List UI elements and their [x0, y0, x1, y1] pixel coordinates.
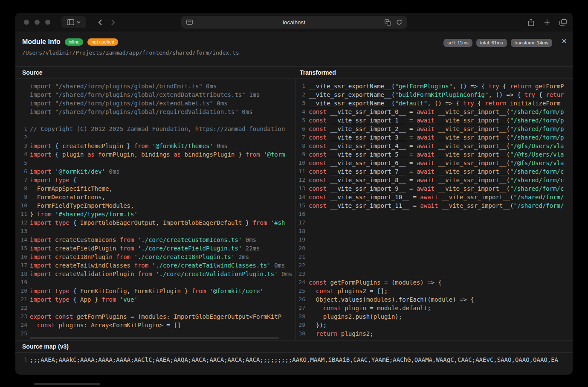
line-number: 10 — [296, 159, 305, 167]
code-line: 20 — [296, 244, 573, 253]
code-line: 13 — [15, 227, 295, 236]
source-code-panel[interactable]: import "/shared/form/plugins/global/bind… — [15, 79, 295, 340]
code-text: export const getFormPlugins = (modules: … — [27, 312, 281, 321]
code-line: import "/shared/form/plugins/global/bind… — [15, 82, 295, 90]
code-text: import "/shared/form/plugins/global/exte… — [27, 99, 228, 108]
line-number: 16 — [15, 253, 27, 261]
code-line: 10 FormFieldTypeImportModules, — [15, 201, 295, 210]
line-number: 23 — [15, 312, 27, 321]
line-number: 18 — [296, 227, 305, 236]
bottom-scrollbar-thumb[interactable] — [34, 383, 100, 385]
code-text: import { plugin as formPlugin, bindings … — [27, 150, 285, 159]
source-map-panel[interactable]: 1;;;AAEA;AAAkC;AAAA;AAAA;AAAA;AAClC;AAEA… — [15, 353, 573, 375]
reload-button[interactable] — [396, 19, 402, 25]
chevron-left-icon — [98, 19, 102, 26]
source-panel-title: Source — [15, 69, 295, 76]
code-text: Object.values(modules).forEach((module) … — [305, 295, 474, 304]
timing-badge-self: self: 11ms — [443, 39, 472, 47]
line-number: 25 — [296, 287, 305, 295]
line-number: 21 — [296, 253, 305, 261]
code-text — [305, 270, 309, 278]
line-number: 8 — [15, 184, 27, 193]
reload-icon — [396, 19, 402, 25]
code-line: 9const __vite_ssr_import_5__ = await __v… — [296, 150, 573, 159]
line-number — [15, 108, 27, 116]
code-line: 20import type { FormKitConfig, FormKitPl… — [15, 287, 295, 295]
code-line: import "/shared/form/plugins/global/requ… — [15, 108, 295, 116]
code-line: 12const __vite_ssr_import_8__ = await __… — [296, 176, 573, 184]
new-tab-button[interactable] — [544, 19, 550, 25]
code-text: import createFieldPlugin from './core/cr… — [27, 244, 260, 253]
code-text — [27, 159, 30, 167]
tab-overview-button[interactable] — [559, 19, 567, 26]
code-line: 26 Object.values(modules).forEach((modul… — [296, 295, 573, 304]
code-text: const __vite_ssr_import_11__ = await __v… — [305, 201, 564, 210]
share-button[interactable] — [527, 18, 535, 26]
code-line: 1__vite_ssr_exportName__("getFormPlugins… — [296, 82, 573, 90]
code-text: import { createThemePlugin } from '@form… — [27, 142, 228, 150]
line-number: 19 — [15, 278, 27, 287]
code-line: 16 — [296, 210, 573, 218]
forward-button[interactable] — [111, 19, 115, 26]
code-text: import createI18nPlugin from './core/cre… — [27, 253, 249, 261]
close-button[interactable]: × — [562, 37, 567, 45]
share-icon — [527, 18, 535, 26]
module-file-path: /Users/vladimir/Projects/zammad/app/fron… — [22, 49, 566, 56]
plus-icon — [544, 19, 550, 25]
code-text: plugins2.push(plugin); — [305, 312, 402, 321]
translate-icon[interactable] — [385, 19, 391, 26]
chevron-right-icon — [111, 19, 115, 26]
window-controls — [24, 20, 50, 25]
code-text: import createValidationPlugin from './co… — [27, 270, 292, 278]
code-text: __vite_ssr_exportName__("buildFormKitPlu… — [305, 90, 564, 99]
line-number: 7 — [296, 133, 305, 142]
code-text: const plugins: Array<FormKitPlugin> = [] — [27, 321, 181, 329]
url-text: localhost — [181, 19, 407, 26]
code-line: import "/shared/form/plugins/global/exte… — [15, 90, 295, 99]
code-line — [15, 116, 295, 125]
sidebar-toggle-button[interactable] — [61, 16, 86, 28]
line-number: 14 — [15, 236, 27, 244]
code-line: 15import createFieldPlugin from './core/… — [15, 244, 295, 253]
line-number: 4 — [296, 108, 305, 116]
line-number: 14 — [296, 193, 305, 201]
line-number — [15, 116, 27, 125]
line-number: 27 — [296, 304, 305, 312]
tab-overview-icon — [559, 19, 567, 26]
page-title: Module Info — [22, 38, 61, 46]
line-number: 13 — [296, 184, 305, 193]
address-bar[interactable]: localhost — [181, 16, 407, 29]
line-number: 29 — [296, 321, 305, 329]
minimize-window-button[interactable] — [35, 20, 40, 25]
close-window-button[interactable] — [24, 20, 29, 25]
code-text: import type { — [27, 176, 77, 184]
code-text: import '@formkit/dev' 0ms — [27, 167, 120, 176]
code-text — [305, 218, 309, 227]
zoom-window-button[interactable] — [45, 20, 50, 25]
panel-title-row: Source Transformed — [15, 66, 573, 79]
code-text: return plugins2; — [305, 329, 374, 338]
line-number: 1 — [15, 355, 27, 364]
back-button[interactable] — [98, 19, 102, 26]
horizontal-scrollbar[interactable] — [30, 337, 279, 339]
code-text: import type { FormKitConfig, FormKitPlug… — [27, 287, 264, 295]
code-line: 19 — [15, 278, 295, 287]
sidebar-icon — [67, 19, 74, 25]
line-number: 4 — [15, 150, 27, 159]
line-number: 9 — [296, 150, 305, 159]
code-text: const __vite_ssr_import_6__ = await __vi… — [305, 159, 564, 167]
browser-window: localhost — [15, 13, 573, 375]
line-number: 3 — [15, 142, 27, 150]
code-text: ;;;AAEA;AAAkC;AAAA;AAAA;AAAA;AAClC;AAEA;… — [27, 355, 558, 364]
line-number: 20 — [15, 287, 27, 295]
code-text: const getFormPlugins = (modules) => { — [305, 278, 442, 287]
scrollbar-thumb[interactable] — [30, 337, 279, 339]
transformed-code-panel[interactable]: 1__vite_ssr_exportName__("getFormPlugins… — [295, 79, 573, 340]
code-line: 14const __vite_ssr_import_10__ = await _… — [296, 193, 573, 201]
code-text: FormDecoratorIcons, — [27, 193, 105, 201]
code-text: import "/shared/form/plugins/global/exte… — [27, 90, 260, 99]
code-line: 12import type { ImportGlobEagerOutput, I… — [15, 218, 295, 227]
code-text: const __vite_ssr_import_8__ = await __vi… — [305, 176, 564, 184]
code-line: 27 const plugin = module.default; — [296, 304, 573, 312]
code-line: 11const __vite_ssr_import_7__ = await __… — [296, 167, 573, 176]
